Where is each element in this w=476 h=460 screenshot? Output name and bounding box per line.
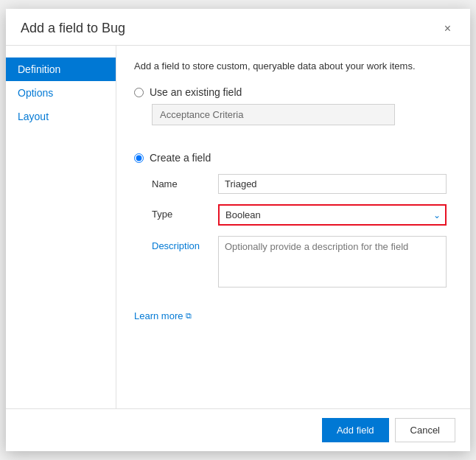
create-field-label[interactable]: Create a field <box>150 152 211 164</box>
sidebar-item-layout[interactable]: Layout <box>6 105 116 128</box>
sidebar-item-definition[interactable]: Definition <box>6 58 116 81</box>
add-field-dialog: Add a field to Bug × Definition Options … <box>6 9 470 451</box>
type-select-wrapper: Boolean String Integer Double DateTime P… <box>218 204 447 226</box>
section-description: Add a field to store custom, queryable d… <box>134 60 452 72</box>
dialog-header: Add a field to Bug × <box>6 9 470 46</box>
use-existing-section: Use an existing field Acceptance Criteri… <box>134 86 452 137</box>
type-label: Type <box>152 204 218 220</box>
name-row: Name <box>152 174 452 194</box>
external-link-icon: ⧉ <box>186 311 192 321</box>
name-input[interactable] <box>218 174 447 194</box>
sidebar: Definition Options Layout <box>6 46 116 408</box>
add-field-button[interactable]: Add field <box>322 418 389 442</box>
cancel-button[interactable]: Cancel <box>395 418 455 442</box>
dialog-footer: Add field Cancel <box>6 408 470 451</box>
learn-more-link[interactable]: Learn more ⧉ <box>134 310 192 321</box>
sidebar-item-options[interactable]: Options <box>6 81 116 105</box>
dialog-title: Add a field to Bug <box>21 21 125 36</box>
description-row: Description <box>152 236 452 288</box>
create-field-radio[interactable] <box>134 153 144 163</box>
description-textarea[interactable] <box>218 236 447 288</box>
type-select[interactable]: Boolean String Integer Double DateTime P… <box>218 204 447 226</box>
name-label: Name <box>152 174 218 189</box>
form-fields: Name Type Boolean String Integer Double <box>152 174 452 288</box>
create-field-section: Create a field Name Type Boolean <box>134 152 452 298</box>
main-content: Add a field to store custom, queryable d… <box>116 46 470 408</box>
dialog-body: Definition Options Layout Add a field to… <box>6 46 470 408</box>
type-row: Type Boolean String Integer Double DateT… <box>152 204 452 226</box>
use-existing-label[interactable]: Use an existing field <box>150 86 242 98</box>
use-existing-radio[interactable] <box>134 88 144 97</box>
learn-more-row: Learn more ⧉ <box>134 310 452 321</box>
close-button[interactable]: × <box>440 21 455 36</box>
use-existing-radio-row: Use an existing field <box>134 86 452 98</box>
create-field-radio-row: Create a field <box>134 152 452 164</box>
existing-field-dropdown[interactable]: Acceptance Criteria <box>152 104 395 125</box>
description-label: Description <box>152 236 218 251</box>
